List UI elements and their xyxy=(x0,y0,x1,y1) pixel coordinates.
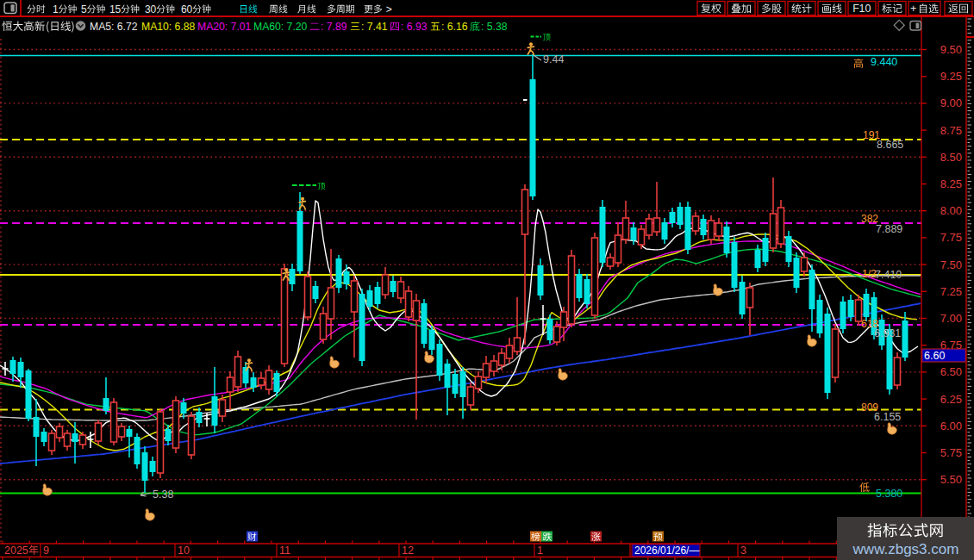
svg-text:www.zbgs3.com: www.zbgs3.com xyxy=(852,541,959,557)
svg-text:MA10: 6.88: MA10: 6.88 xyxy=(141,21,196,33)
svg-text:MA20: 7.01: MA20: 7.01 xyxy=(197,21,252,33)
svg-text:6.155: 6.155 xyxy=(874,411,901,423)
svg-text:MA5: 6.72: MA5: 6.72 xyxy=(90,21,138,33)
svg-text:9.50: 9.50 xyxy=(940,43,962,56)
svg-text:6.60: 6.60 xyxy=(924,350,945,362)
svg-text:3: 3 xyxy=(740,544,746,557)
svg-text:8.25: 8.25 xyxy=(940,177,962,190)
svg-text:: 6.16: : 6.16 xyxy=(441,21,468,33)
svg-text:11: 11 xyxy=(279,544,290,557)
svg-text:9.440: 9.440 xyxy=(871,56,897,68)
svg-text:: 5.38: : 5.38 xyxy=(481,21,508,33)
svg-text:8.50: 8.50 xyxy=(940,151,962,164)
svg-text:9.00: 9.00 xyxy=(940,96,962,109)
svg-text:7.50: 7.50 xyxy=(940,258,962,271)
svg-text:7.00: 7.00 xyxy=(940,312,962,325)
svg-text:7.889: 7.889 xyxy=(876,223,902,235)
svg-text:6.25: 6.25 xyxy=(940,393,962,406)
svg-text:7.410: 7.410 xyxy=(875,269,902,281)
svg-text:7.75: 7.75 xyxy=(940,231,962,244)
svg-text:7.25: 7.25 xyxy=(940,285,962,298)
svg-text:5.75: 5.75 xyxy=(940,446,962,459)
svg-text:6.931: 6.931 xyxy=(874,327,901,339)
svg-text:9.25: 9.25 xyxy=(940,70,962,83)
svg-text:9: 9 xyxy=(43,544,49,557)
svg-text:2025: 2025 xyxy=(4,544,28,557)
svg-text:10: 10 xyxy=(178,544,190,557)
svg-text:MA60: 7.20: MA60: 7.20 xyxy=(253,21,308,33)
svg-text:8.75: 8.75 xyxy=(940,124,962,137)
svg-text:12: 12 xyxy=(402,544,414,557)
svg-text:8.00: 8.00 xyxy=(940,204,962,217)
svg-text:6.00: 6.00 xyxy=(940,420,962,432)
svg-text:6.50: 6.50 xyxy=(940,365,962,378)
svg-text:5.38: 5.38 xyxy=(153,488,173,501)
svg-text:1: 1 xyxy=(537,544,543,557)
svg-text:8.665: 8.665 xyxy=(877,139,903,151)
svg-text:9.44: 9.44 xyxy=(543,53,564,65)
svg-text:: 7.41: : 7.41 xyxy=(361,21,388,33)
svg-text:2026/01/26/—: 2026/01/26/— xyxy=(634,544,699,557)
svg-text:5.380: 5.380 xyxy=(876,488,902,500)
svg-text:: 6.93: : 6.93 xyxy=(401,21,428,33)
svg-text:: 7.89: : 7.89 xyxy=(321,21,347,33)
svg-text:5.50: 5.50 xyxy=(940,473,962,486)
